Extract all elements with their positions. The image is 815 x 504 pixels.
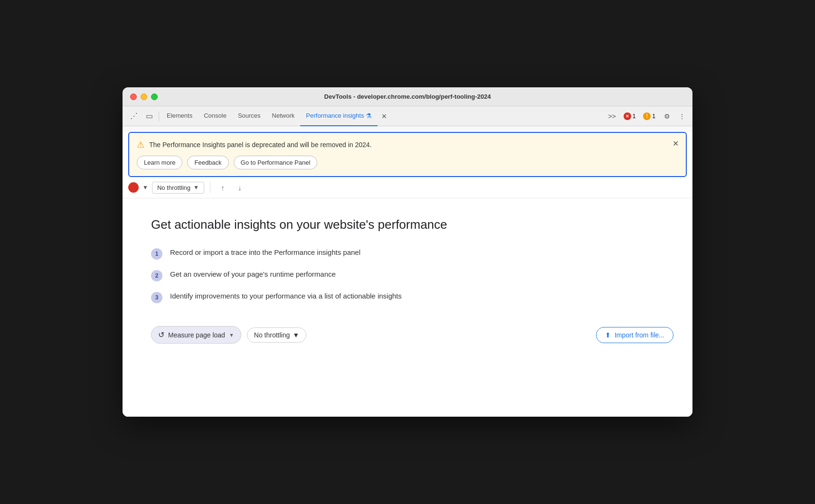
warning-count: 1 — [652, 113, 655, 120]
warning-icon-small: ! — [646, 113, 648, 119]
step-number-1: 1 — [151, 248, 162, 260]
go-to-panel-button[interactable]: Go to Performance Panel — [234, 156, 318, 169]
banner-close-button[interactable]: ✕ — [670, 138, 681, 149]
banner-buttons: Learn more Feedback Go to Performance Pa… — [137, 156, 678, 169]
tab-sources[interactable]: Sources — [232, 106, 266, 126]
main-heading: Get actionable insights on your website'… — [151, 217, 673, 232]
flask-icon: ⚗ — [366, 112, 372, 120]
throttling-arrow: ▼ — [193, 184, 199, 191]
learn-more-button[interactable]: Learn more — [137, 156, 182, 169]
upload-icon: ↑ — [221, 184, 225, 192]
tabs-right: >> ✕ 1 ! 1 ⚙ ⋮ — [606, 110, 689, 123]
throttling-dropdown[interactable]: No throttling ▼ — [152, 182, 204, 194]
banner-message: The Performance Insights panel is deprec… — [149, 141, 372, 149]
banner-inner: ⚠ The Performance Insights panel is depr… — [137, 140, 678, 169]
close-tab-btn[interactable]: ✕ — [378, 110, 391, 123]
measure-label: Measure page load — [168, 331, 225, 339]
more-menu-btn[interactable]: ⋮ — [675, 110, 689, 123]
record-dropdown-arrow[interactable]: ▼ — [142, 184, 148, 191]
devtools-body: ⋰ ▭ Elements Console Sources Network Per… — [123, 106, 692, 417]
bottom-throttling-arrow: ▼ — [293, 331, 299, 339]
tab-network[interactable]: Network — [266, 106, 301, 126]
step-number-3: 3 — [151, 292, 162, 303]
maximize-button[interactable] — [151, 93, 158, 100]
step-number-2: 2 — [151, 270, 162, 281]
traffic-lights — [130, 93, 158, 100]
feedback-button[interactable]: Feedback — [187, 156, 228, 169]
toolbar-sep — [210, 182, 210, 193]
import-from-file-button[interactable]: ⬆ Import from file... — [596, 327, 673, 343]
devtools-window: DevTools - developer.chrome.com/blog/per… — [123, 87, 692, 417]
window-title: DevTools - developer.chrome.com/blog/per… — [324, 93, 491, 100]
bottom-throttling-label: No throttling — [254, 331, 290, 339]
tab-console[interactable]: Console — [198, 106, 232, 126]
step-text-1: Record or import a trace into the Perfor… — [170, 247, 360, 258]
settings-icon: ⚙ — [664, 112, 670, 120]
throttling-label: No throttling — [157, 184, 190, 191]
measure-dropdown-arrow: ▼ — [229, 332, 234, 338]
main-content: Get actionable insights on your website'… — [123, 198, 692, 372]
tab-separator-left — [159, 112, 159, 121]
warning-triangle-icon: ⚠ — [137, 140, 144, 150]
more-tabs-btn[interactable]: >> — [606, 110, 619, 123]
device-icon: ▭ — [146, 112, 153, 121]
tab-elements[interactable]: Elements — [161, 106, 198, 126]
deprecation-banner: ⚠ The Performance Insights panel is depr… — [128, 132, 687, 177]
panel-content: ⚠ The Performance Insights panel is depr… — [123, 132, 692, 417]
download-button[interactable]: ↓ — [233, 181, 246, 194]
close-icon: ✕ — [381, 112, 387, 120]
selector-icon-btn[interactable]: ⋰ — [126, 109, 142, 124]
banner-text-row: ⚠ The Performance Insights panel is depr… — [137, 140, 678, 150]
step-text-3: Identify improvements to your performanc… — [170, 291, 402, 302]
bottom-throttling-dropdown[interactable]: No throttling ▼ — [247, 327, 306, 343]
more-tabs-icon: >> — [608, 112, 616, 120]
title-bar: DevTools - developer.chrome.com/blog/per… — [123, 87, 692, 106]
minimize-button[interactable] — [141, 93, 147, 100]
more-menu-icon: ⋮ — [679, 112, 685, 120]
measure-page-load-button[interactable]: ↺ Measure page load ▼ — [151, 326, 241, 344]
device-icon-btn[interactable]: ▭ — [142, 109, 157, 124]
refresh-icon: ↺ — [158, 330, 164, 339]
selector-icon: ⋰ — [130, 112, 138, 121]
recording-toolbar: ▼ No throttling ▼ ↑ ↓ — [123, 177, 692, 198]
step-item-1: 1 Record or import a trace into the Perf… — [151, 247, 673, 260]
close-icon: ✕ — [673, 139, 679, 148]
close-button[interactable] — [130, 93, 137, 100]
download-icon: ↓ — [238, 184, 242, 192]
step-item-3: 3 Identify improvements to your performa… — [151, 291, 673, 303]
settings-btn[interactable]: ⚙ — [660, 110, 673, 123]
warning-badge[interactable]: ! 1 — [640, 112, 658, 121]
import-label: Import from file... — [615, 331, 664, 339]
upload-button[interactable]: ↑ — [216, 181, 229, 194]
tab-performance-insights[interactable]: Performance insights ⚗ — [300, 106, 378, 126]
error-badge[interactable]: ✕ 1 — [621, 112, 639, 121]
warning-dot: ! — [643, 112, 651, 120]
error-count: 1 — [633, 113, 636, 120]
close-icon-small: ✕ — [625, 114, 629, 119]
tabs-bar: ⋰ ▭ Elements Console Sources Network Per… — [123, 106, 692, 126]
step-text-2: Get an overview of your page's runtime p… — [170, 269, 336, 280]
import-upload-icon: ⬆ — [605, 331, 611, 339]
step-item-2: 2 Get an overview of your page's runtime… — [151, 269, 673, 281]
bottom-toolbar: ↺ Measure page load ▼ No throttling ▼ ⬆ … — [151, 326, 673, 353]
record-button[interactable] — [128, 182, 139, 193]
steps-list: 1 Record or import a trace into the Perf… — [151, 247, 673, 303]
error-dot: ✕ — [624, 112, 631, 120]
